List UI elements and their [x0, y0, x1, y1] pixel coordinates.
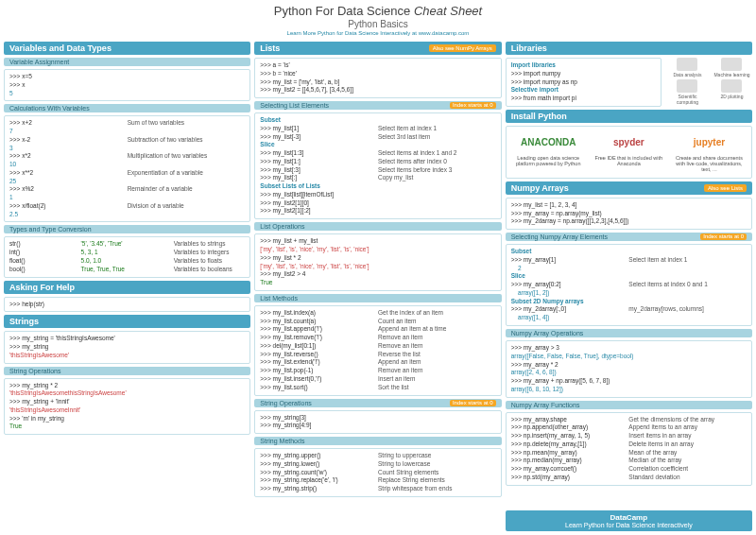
section-vars: Variables and Data Types	[4, 42, 250, 55]
col-1: Variables and Data Types Variable Assign…	[4, 42, 250, 531]
header: Python For Data Science Cheat Sheet Pyth…	[0, 0, 756, 38]
col-2: ListsAlso see NumPy Arrays >>> a = 'is'>…	[254, 42, 501, 531]
col-3: Libraries Import libraries>>> import num…	[506, 42, 752, 531]
footer: DataCampLearn Python for Data Science In…	[506, 510, 752, 531]
